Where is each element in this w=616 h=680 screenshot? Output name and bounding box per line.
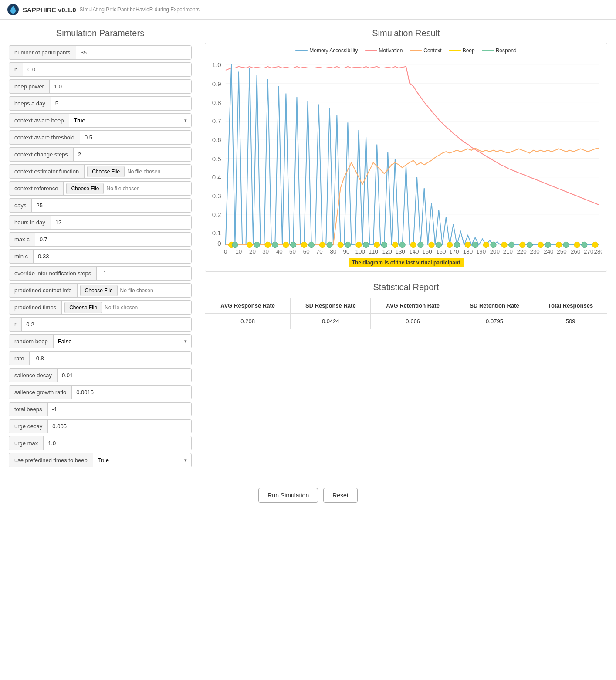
param-row-urge-decay: urge decay: [9, 419, 192, 433]
result-title: Simulation Result: [205, 28, 607, 38]
param-label-predefined-context-info: predefined context info: [9, 284, 78, 297]
file-choose-button-context-estimator-function[interactable]: Choose File: [87, 166, 125, 177]
param-input-min-c[interactable]: [34, 250, 191, 263]
legend-label: Memory Accessibility: [309, 47, 358, 54]
svg-point-49: [327, 242, 332, 247]
param-label-urge-decay: urge decay: [9, 420, 48, 433]
param-input-context-aware-threshold[interactable]: [80, 131, 191, 144]
legend-label: Beep: [463, 47, 475, 54]
param-label-days: days: [9, 199, 32, 212]
param-label-beep-power: beep power: [9, 80, 50, 93]
param-label-salience-growth-ratio: salience growth ratio: [9, 386, 72, 399]
param-row-b: b: [9, 62, 192, 77]
svg-text:270: 270: [584, 248, 593, 254]
stat-report-title: Statistical Report: [205, 282, 607, 292]
main-content: Simulation Parameters number of particip…: [0, 20, 616, 479]
param-row-r: r: [9, 317, 192, 332]
param-input-rate[interactable]: [30, 352, 191, 365]
param-row-days: days: [9, 198, 192, 213]
param-select-use-predefined-times-to-beep[interactable]: TrueFalse: [93, 453, 191, 467]
no-file-label-context-reference: No file chosen: [106, 186, 143, 192]
svg-text:50: 50: [289, 248, 296, 254]
file-choose-button-context-reference[interactable]: Choose File: [66, 183, 104, 194]
param-label-context-aware-threshold: context aware threshold: [9, 131, 80, 144]
svg-point-60: [527, 242, 532, 247]
svg-point-61: [545, 242, 551, 247]
param-row-use-predefined-times-to-beep: use prefedined times to beepTrueFalse▾: [9, 453, 192, 467]
param-row-min-c: min c: [9, 249, 192, 264]
svg-point-51: [363, 242, 369, 247]
param-input-context-change-steps[interactable]: [74, 148, 191, 161]
svg-point-41: [556, 242, 562, 247]
param-label-salience-decay: salience decay: [9, 369, 58, 382]
param-input-total-beeps[interactable]: [48, 403, 191, 416]
no-file-label-context-estimator-function: No file chosen: [127, 169, 164, 175]
legend-item: Context: [410, 47, 441, 54]
param-select-wrapper-random-beep: TrueFalse▾: [54, 335, 191, 348]
param-row-override-inter-notification-steps: override inter notification steps: [9, 266, 192, 281]
svg-text:220: 220: [517, 248, 526, 254]
svg-point-31: [374, 242, 380, 247]
stat-cell: 0.208: [205, 314, 291, 329]
run-simulation-button[interactable]: Run Simulation: [258, 488, 318, 503]
app-header: SAPPHIRE v0.1.0 SimulAting PrticiPant be…: [0, 0, 616, 20]
param-label-random-beep: random beep: [9, 335, 54, 348]
file-choose-button-predefined-times[interactable]: Choose File: [64, 302, 102, 313]
svg-point-63: [582, 242, 587, 247]
legend-label: Motivation: [379, 47, 403, 54]
svg-text:70: 70: [316, 248, 323, 254]
svg-text:0.5: 0.5: [212, 155, 221, 162]
svg-point-47: [290, 242, 296, 247]
stat-col-header: AVG Response Rate: [205, 298, 291, 314]
param-row-hours-in-day: hours in day: [9, 215, 192, 230]
legend-color-swatch: [482, 50, 494, 51]
svg-text:0.7: 0.7: [212, 117, 221, 125]
param-row-context-change-steps: context change steps: [9, 147, 192, 162]
param-input-urge-decay[interactable]: [48, 420, 191, 433]
param-input-r[interactable]: [22, 318, 191, 331]
legend-item: Beep: [449, 47, 475, 54]
svg-point-59: [509, 242, 514, 247]
param-row-random-beep: random beepTrueFalse▾: [9, 334, 192, 348]
reset-button[interactable]: Reset: [323, 488, 358, 503]
param-input-salience-decay[interactable]: [58, 369, 191, 382]
param-input-urge-max[interactable]: [44, 436, 191, 450]
param-label-b: b: [9, 63, 23, 76]
param-input-b[interactable]: [23, 63, 191, 76]
param-label-max-c: max c: [9, 233, 35, 246]
param-select-wrapper-context-aware-beep: TrueFalse▾: [69, 114, 191, 127]
svg-text:0: 0: [217, 240, 221, 247]
svg-point-42: [574, 242, 580, 247]
param-input-beeps-a-day[interactable]: [51, 97, 191, 110]
svg-point-57: [472, 242, 478, 247]
legend-label: Respond: [496, 47, 517, 54]
left-panel: Simulation Parameters number of particip…: [9, 28, 192, 470]
param-input-num-participants[interactable]: [76, 46, 191, 59]
svg-text:260: 260: [571, 248, 580, 254]
param-input-override-inter-notification-steps[interactable]: [97, 267, 191, 280]
app-subtitle: SimulAting PrticiPant beHavIoR during Ex…: [80, 7, 200, 13]
param-input-beep-power[interactable]: [50, 80, 191, 93]
svg-text:40: 40: [276, 248, 283, 254]
param-input-days[interactable]: [32, 199, 191, 212]
param-label-rate: rate: [9, 352, 30, 365]
param-input-hours-in-day[interactable]: [51, 216, 191, 229]
svg-point-55: [436, 242, 441, 247]
param-input-salience-growth-ratio[interactable]: [72, 386, 191, 399]
file-choose-button-predefined-context-info[interactable]: Choose File: [80, 285, 118, 296]
legend-color-swatch: [449, 50, 461, 51]
param-input-max-c[interactable]: [35, 233, 191, 246]
stat-col-header: AVG Retention Rate: [371, 298, 455, 314]
svg-text:250: 250: [557, 248, 566, 254]
stat-col-header: SD Response Rate: [291, 298, 371, 314]
params-container: number of participantsbbeep powerbeeps a…: [9, 45, 192, 467]
stat-cell: 0.666: [371, 314, 455, 329]
chart-container: Memory AccessibilityMotivationContextBee…: [205, 43, 607, 272]
stat-col-header: SD Retention Rate: [455, 298, 534, 314]
stat-col-header: Total Responses: [534, 298, 607, 314]
svg-text:0.6: 0.6: [212, 136, 221, 143]
param-select-random-beep[interactable]: TrueFalse: [54, 335, 191, 348]
param-select-context-aware-beep[interactable]: TrueFalse: [69, 114, 191, 127]
svg-point-39: [520, 242, 525, 247]
param-label-use-predefined-times-to-beep: use prefedined times to beep: [9, 453, 93, 467]
